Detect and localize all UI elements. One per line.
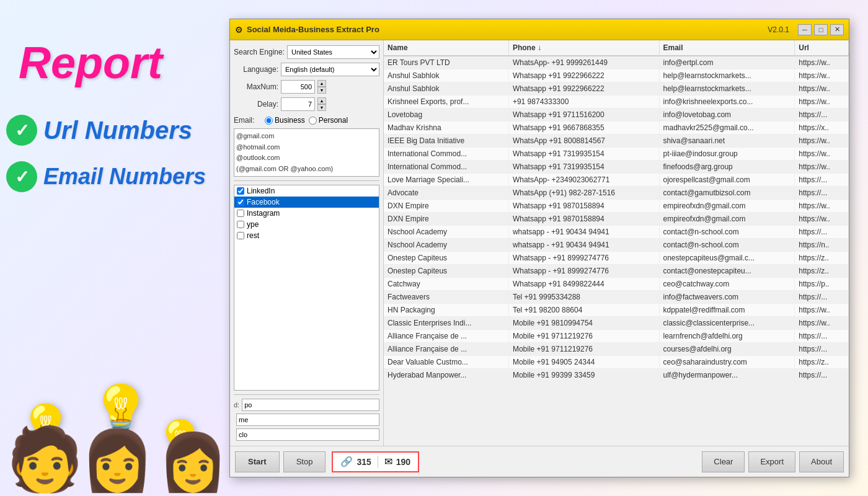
language-label: Language: xyxy=(234,65,278,74)
table-row[interactable]: Dear Valuable Custmo... Mobile +91 94905… xyxy=(384,356,849,369)
table-row[interactable]: Nschool Academy whatsapp - +91 90434 949… xyxy=(384,226,849,239)
search-engine-select[interactable]: United States United Kingdom India xyxy=(287,45,379,59)
table-row[interactable]: HN Packaging Tel +91 98200 88604 kdppate… xyxy=(384,304,849,317)
url-check-icon: ✓ xyxy=(6,115,37,146)
table-row[interactable]: Love Marriage Speciali... WhatsApp- +234… xyxy=(384,174,849,187)
table-row[interactable]: Catchway Whatsapp +91 8499822444 ceo@cat… xyxy=(384,278,849,291)
sources-list[interactable]: LinkedIn Facebook Instagram ype xyxy=(234,185,379,391)
personal-radio-label[interactable]: Personal xyxy=(309,116,348,125)
report-heading: Report xyxy=(19,37,162,88)
cell-url: https://p.. xyxy=(795,278,849,291)
table-row[interactable]: Onestep Capiteus Whatsapp - +91 89992747… xyxy=(384,252,849,265)
rest-label: rest xyxy=(247,231,259,240)
cell-phone: Mobile +91 99399 33459 xyxy=(508,369,659,382)
export-button[interactable]: Export xyxy=(748,451,795,472)
delay-down[interactable]: ▼ xyxy=(317,104,326,111)
table-row[interactable]: International Commod... Whatsapp +91 731… xyxy=(384,161,849,174)
cell-email: kdppatel@rediffmail.com xyxy=(659,304,795,317)
table-row[interactable]: Hyderabad Manpower... Mobile +91 99399 3… xyxy=(384,369,849,382)
cell-phone: Whatsapp - +91 8999274776 xyxy=(508,265,659,278)
email-filter-box[interactable]: @gmail.com @hotmail.com @outlook.com (@g… xyxy=(234,128,379,177)
source-item-rest[interactable]: rest xyxy=(234,230,379,241)
keyword-input-1[interactable] xyxy=(242,399,379,411)
stat-separator xyxy=(378,456,378,468)
language-select[interactable]: English (default) xyxy=(281,63,379,76)
col-name[interactable]: Name xyxy=(384,40,508,56)
business-radio-label[interactable]: Business xyxy=(265,116,305,125)
cell-phone: WhatsApp +91 8008814567 xyxy=(508,135,659,148)
table-row[interactable]: Factweavers Tel +91 9995334288 info@fact… xyxy=(384,291,849,304)
facebook-checkbox[interactable] xyxy=(237,198,244,206)
close-button[interactable]: ✕ xyxy=(830,24,844,35)
col-phone[interactable]: Phone ↓ xyxy=(508,40,659,56)
table-row[interactable]: IEEE Big Data Initiative WhatsApp +91 80… xyxy=(384,135,849,148)
delay-up[interactable]: ▲ xyxy=(317,97,326,104)
maxnum-spinner: ▲ ▼ xyxy=(317,80,326,94)
maxnum-input[interactable]: 500 xyxy=(281,80,315,94)
table-row[interactable]: Onestep Capiteus Whatsapp - +91 89992747… xyxy=(384,265,849,278)
cell-name: Love Marriage Speciali... xyxy=(384,174,508,187)
minimize-button[interactable]: ─ xyxy=(798,24,812,35)
table-row[interactable]: Classic Enterprises Indi... Mobile +91 9… xyxy=(384,317,849,330)
maxnum-up[interactable]: ▲ xyxy=(317,80,326,87)
table-row[interactable]: ER Tours PVT LTD WhatsApp- +91 999926144… xyxy=(384,56,849,69)
keyword-row-2 xyxy=(234,414,379,426)
delay-input[interactable]: 7 xyxy=(281,97,315,111)
ype-checkbox[interactable] xyxy=(237,221,244,228)
keyword-row-1: d: xyxy=(234,399,379,411)
table-row[interactable]: Advocate WhatsApp (+91) 982-287-1516 con… xyxy=(384,187,849,200)
table-row[interactable]: Alliance Française de ... Mobile +91 971… xyxy=(384,330,849,343)
cell-url: https://... xyxy=(795,330,849,343)
table-row[interactable]: Anshul Sabhlok Whatsapp +91 9922966222 h… xyxy=(384,82,849,95)
table-row[interactable]: Madhav Krishna Whatsapp +91 9667868355 m… xyxy=(384,122,849,135)
linkedin-checkbox[interactable] xyxy=(237,187,244,195)
table-row[interactable]: International Commod... Whatsapp +91 731… xyxy=(384,148,849,161)
start-button[interactable]: Start xyxy=(235,451,280,472)
email-filter-item-2: @hotmail.com xyxy=(236,142,377,153)
cell-email: info@factweavers.com xyxy=(659,291,795,304)
keyword-label-1: d: xyxy=(234,401,239,409)
stop-button[interactable]: Stop xyxy=(283,451,326,472)
about-button[interactable]: About xyxy=(799,451,844,472)
cell-name: Catchway xyxy=(384,278,508,291)
table-row[interactable]: DXN Empire Whatsapp +91 9870158894 empir… xyxy=(384,213,849,226)
table-row[interactable]: Lovetobag Whatsapp +91 9711516200 info@l… xyxy=(384,108,849,122)
rest-checkbox[interactable] xyxy=(237,232,244,239)
cell-email: contact@gamutbizsol.com xyxy=(659,187,795,200)
maximize-button[interactable]: □ xyxy=(814,24,828,35)
col-url[interactable]: Url xyxy=(795,40,849,56)
sources-scroll-area[interactable]: LinkedIn Facebook Instagram ype xyxy=(234,185,379,390)
keyword-input-3[interactable] xyxy=(236,428,379,441)
divider-1 xyxy=(234,180,379,181)
table-row[interactable]: Nschool Academy whatsapp - +91 90434 949… xyxy=(384,239,849,252)
right-panel: Name Phone ↓ Email Url ER Tours PVT LTD … xyxy=(384,40,849,446)
table-row[interactable]: Alliance Française de ... Mobile +91 971… xyxy=(384,343,849,356)
source-item-linkedin[interactable]: LinkedIn xyxy=(234,185,379,197)
sources-section: LinkedIn Facebook Instagram ype xyxy=(234,185,379,391)
keyword-input-2[interactable] xyxy=(236,414,379,426)
maxnum-down[interactable]: ▼ xyxy=(317,87,326,94)
clear-button[interactable]: Clear xyxy=(702,451,745,472)
source-item-facebook[interactable]: Facebook xyxy=(234,197,379,208)
person-icon-1: 🧑 xyxy=(6,428,84,490)
table-row[interactable]: Krishneel Exports, prof... +91 987433330… xyxy=(384,95,849,108)
table-row[interactable]: Anshul Sabhlok Whatsapp +91 9922966222 h… xyxy=(384,69,849,82)
source-item-ype[interactable]: ype xyxy=(234,219,379,230)
linkedin-label: LinkedIn xyxy=(247,187,275,195)
cell-email: ojorespellcast@gmail.com xyxy=(659,174,795,187)
cell-phone: +91 9874333300 xyxy=(508,95,659,108)
personal-radio[interactable] xyxy=(309,117,317,125)
data-table-container[interactable]: Name Phone ↓ Email Url ER Tours PVT LTD … xyxy=(384,40,849,446)
col-email[interactable]: Email xyxy=(659,40,795,56)
app-icon: ⚙ xyxy=(235,25,243,35)
illustration-area: 💡 💡 💡 🧑 👩 👩 xyxy=(0,211,229,490)
email-numbers-row: ✓ Email Numbers xyxy=(6,161,206,192)
business-radio[interactable] xyxy=(265,117,273,125)
cell-name: Krishneel Exports, prof... xyxy=(384,95,508,108)
cell-url: https://w.. xyxy=(795,56,849,69)
instagram-checkbox[interactable] xyxy=(237,210,244,217)
cell-phone: Whatsapp - +91 8999274776 xyxy=(508,252,659,265)
cell-name: Nschool Academy xyxy=(384,239,508,252)
table-row[interactable]: DXN Empire Whatsapp +91 9870158894 empir… xyxy=(384,200,849,213)
source-item-instagram[interactable]: Instagram xyxy=(234,208,379,219)
